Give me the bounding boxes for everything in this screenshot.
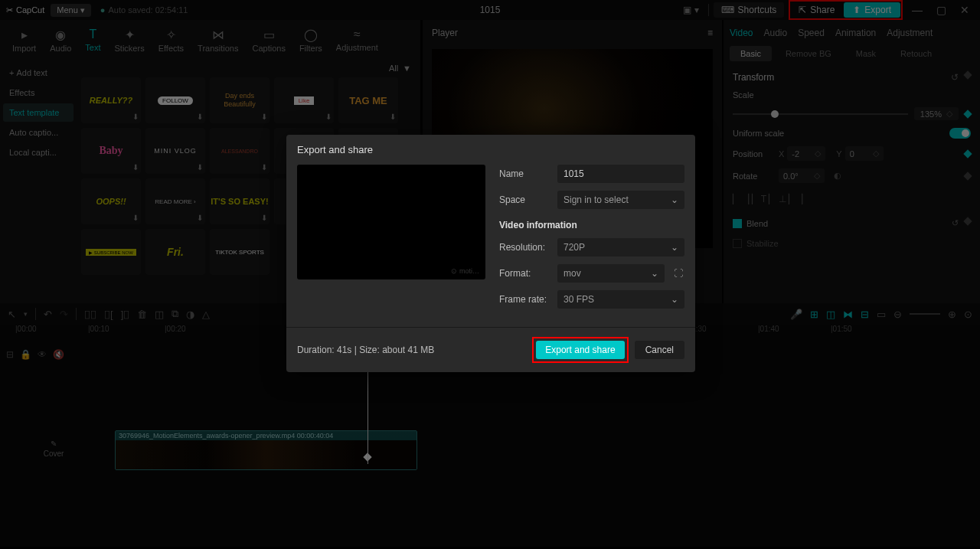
reset-icon[interactable]: ↺ — [952, 218, 959, 228]
side-effects[interactable]: Effects — [3, 83, 74, 102]
zoom-slider[interactable] — [910, 313, 940, 315]
expand-icon[interactable]: ⛶ — [672, 266, 684, 280]
template-thumb[interactable]: Baby⬇ — [81, 128, 141, 174]
shortcuts-button[interactable]: ⌨Shortcuts — [714, 2, 785, 18]
download-icon[interactable]: ⬇ — [197, 214, 203, 222]
download-icon[interactable]: ⬇ — [261, 163, 267, 172]
tab-filters[interactable]: ◯Filters — [293, 23, 328, 57]
share-button[interactable]: ⇱Share — [791, 2, 842, 18]
rp-sub-removebg[interactable]: Remove BG — [775, 46, 842, 61]
download-icon[interactable]: ⬇ — [197, 163, 203, 172]
zoom-in[interactable]: ⊕ — [948, 309, 956, 320]
eye-icon[interactable]: 👁 — [38, 349, 47, 360]
framerate-select[interactable]: 30 FPS⌄ — [557, 290, 684, 309]
align-buttons[interactable]: ▏ ▕ ▏ T ▏ ⊥ ▏▕ — [733, 191, 971, 208]
keyframe-icon[interactable] — [963, 109, 972, 118]
tab-stickers[interactable]: ✦Stickers — [109, 23, 151, 57]
lock-icon[interactable]: ⊟ — [6, 349, 14, 360]
tab-text[interactable]: TText — [79, 23, 106, 57]
template-thumb[interactable]: FOLLOW⬇ — [145, 77, 205, 123]
uniform-toggle[interactable] — [949, 128, 971, 139]
template-thumb[interactable]: OOPS!!⬇ — [81, 178, 141, 224]
rp-sub-mask[interactable]: Mask — [845, 46, 887, 61]
download-icon[interactable]: ⬇ — [132, 113, 139, 121]
template-thumb[interactable]: ▶ SUBSCRIBE NOW — [81, 229, 141, 275]
export-and-share-button[interactable]: Export and share — [536, 341, 624, 359]
mute-icon[interactable]: 🔇 — [53, 349, 64, 360]
keyframe-icon[interactable] — [963, 172, 972, 180]
copy-tool[interactable]: ⧉ — [172, 308, 178, 320]
scale-value[interactable]: 135%◇ — [914, 107, 959, 120]
rp-tab-speed[interactable]: Speed — [798, 28, 825, 38]
tab-import[interactable]: ▸Import — [6, 23, 42, 57]
template-thumb[interactable]: TIKTOK SPORTS — [210, 229, 270, 275]
trim-left-tool[interactable]: ⌷[ — [104, 309, 113, 320]
side-text-template[interactable]: Text template — [3, 103, 74, 122]
template-thumb[interactable]: TAG ME⬇ — [338, 77, 398, 123]
template-thumb[interactable]: Day ends Beautifully⬇ — [210, 77, 270, 123]
rp-sub-basic[interactable]: Basic — [730, 46, 772, 61]
filter-all[interactable]: All — [389, 64, 398, 73]
format-select[interactable]: mov⌄ — [557, 264, 665, 283]
template-thumb[interactable]: Fri. — [145, 229, 205, 275]
rp-tab-video[interactable]: Video — [730, 28, 753, 38]
rp-sub-retouch[interactable]: Retouch — [890, 46, 942, 61]
template-thumb[interactable]: Like⬇ — [274, 77, 334, 123]
download-icon[interactable]: ⬇ — [390, 113, 396, 121]
keyframe-icon[interactable] — [963, 217, 972, 225]
reverse-tool[interactable]: ◑ — [186, 309, 194, 320]
rotate-input[interactable]: 0.0°◇ — [779, 168, 825, 183]
name-input[interactable] — [557, 165, 684, 183]
side-auto-captions[interactable]: Auto captio... — [3, 123, 74, 142]
trim-right-tool[interactable]: ]⌷ — [121, 309, 130, 320]
export-button[interactable]: ⬆Export — [844, 2, 900, 18]
crop-tool[interactable]: ◫ — [155, 309, 164, 320]
tab-adjustment[interactable]: ≈Adjustment — [330, 23, 384, 57]
tl-tool-3[interactable]: ⧓ — [843, 309, 853, 320]
pos-x-input[interactable]: -2◇ — [787, 146, 825, 161]
download-icon[interactable]: ⬇ — [325, 113, 332, 121]
template-thumb[interactable]: READ MORE ›⬇ — [145, 178, 205, 224]
rp-tab-audio[interactable]: Audio — [763, 28, 787, 38]
undo-button[interactable]: ↶ — [44, 309, 52, 320]
lock2-icon[interactable]: 🔒 — [20, 349, 31, 360]
tl-tool-5[interactable]: ▭ — [877, 309, 886, 320]
download-icon[interactable]: ⬇ — [261, 214, 267, 222]
tab-effects[interactable]: ✧Effects — [152, 23, 190, 57]
cover-button[interactable]: ✎Cover — [6, 440, 101, 458]
tl-tool-4[interactable]: ⊟ — [861, 309, 869, 320]
mic-icon[interactable]: 🎤 — [790, 309, 802, 320]
download-icon[interactable]: ⬇ — [132, 163, 139, 172]
layout-icon[interactable]: ▣ ▾ — [678, 3, 703, 17]
warning-icon[interactable]: △ — [202, 309, 210, 320]
side-add-text[interactable]: +Add text — [3, 64, 74, 82]
tab-transitions[interactable]: ⋈Transitions — [191, 23, 244, 57]
filter-icon[interactable]: ▼ — [403, 64, 411, 73]
cancel-button[interactable]: Cancel — [635, 341, 684, 359]
side-local-captions[interactable]: Local capti... — [3, 143, 74, 162]
video-clip[interactable]: 30769946_MotionElements_awards-opener_pr… — [115, 430, 417, 470]
menu-button[interactable]: Menu ▾ — [51, 4, 91, 17]
maximize-button[interactable]: ▢ — [932, 4, 951, 16]
template-thumb[interactable]: ALESSANDRO⬇ — [210, 128, 270, 174]
download-icon[interactable]: ⬇ — [261, 113, 267, 121]
blend-checkbox[interactable] — [733, 219, 742, 228]
template-thumb[interactable]: MINI VLOG⬇ — [145, 128, 205, 174]
tab-audio[interactable]: ◉Audio — [44, 23, 77, 57]
pos-y-input[interactable]: 0◇ — [845, 146, 884, 161]
tab-captions[interactable]: ▭Captions — [246, 23, 291, 57]
space-select[interactable]: Sign in to select⌄ — [557, 191, 684, 209]
redo-button[interactable]: ↷ — [60, 309, 68, 320]
split-tool[interactable]: ⌷⌷ — [84, 309, 96, 320]
download-icon[interactable]: ⬇ — [132, 214, 139, 222]
tl-tool-2[interactable]: ◫ — [826, 309, 835, 320]
stabilize-checkbox[interactable] — [733, 239, 742, 248]
close-button[interactable]: ✕ — [956, 4, 974, 16]
zoom-out[interactable]: ⊖ — [893, 309, 902, 320]
select-tool[interactable]: ↖ — [8, 309, 16, 320]
rotate-dial-icon[interactable]: ◐ — [834, 171, 841, 181]
tl-tool-1[interactable]: ⊞ — [810, 309, 818, 320]
keyframe-icon[interactable] — [963, 70, 972, 79]
keyframe-icon[interactable] — [963, 149, 972, 158]
rp-tab-adjustment[interactable]: Adjustment — [887, 28, 933, 38]
